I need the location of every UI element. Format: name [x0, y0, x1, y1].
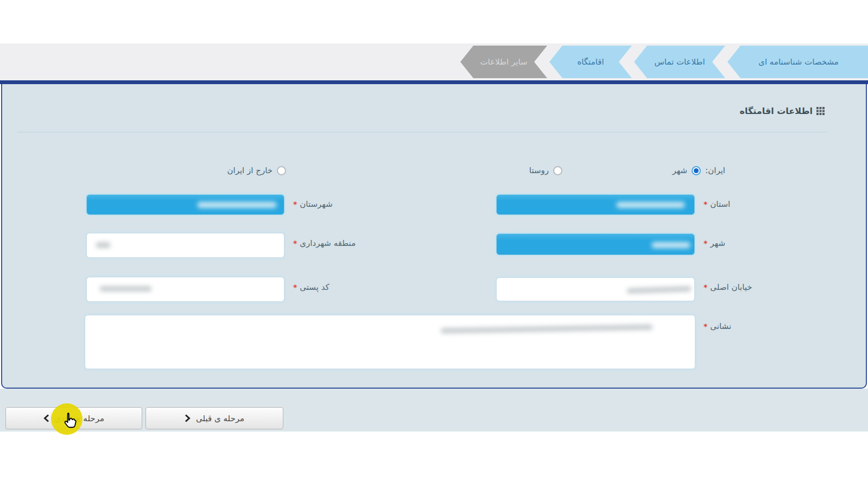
step-tab-label: اقامتگاه — [577, 57, 604, 67]
radio-city-label[interactable]: شهر — [672, 166, 687, 175]
previous-step-button[interactable]: مرحله ی قبلی — [145, 407, 283, 429]
county-label: شهرستان * — [293, 199, 333, 209]
grid-icon — [816, 107, 825, 115]
panel-title: اطلاعات اقامتگاه — [740, 106, 813, 116]
label-text: نشانی — [710, 321, 731, 331]
radio-group-rural: روستا — [529, 166, 562, 175]
radio-rural[interactable] — [553, 166, 562, 175]
required-asterisk: * — [293, 200, 297, 208]
city-field[interactable] — [496, 233, 695, 255]
step-tab-label: سایر اطلاعات — [480, 57, 527, 67]
redacted-value — [441, 325, 652, 334]
redacted-value — [617, 202, 685, 208]
county-field[interactable] — [86, 194, 284, 215]
postal-code-field[interactable] — [86, 277, 284, 302]
radio-city[interactable] — [692, 166, 701, 175]
required-asterisk: * — [293, 283, 297, 291]
step-wizard-header: مشخصات شناسنامه ای اطلاعات تماس اقامتگاه… — [0, 43, 868, 80]
country-label: ایران: — [705, 166, 725, 175]
required-asterisk: * — [704, 283, 707, 291]
title-divider — [17, 132, 828, 132]
panel-top-accent-bar — [0, 80, 868, 84]
radio-group-iran-city: ایران: شهر — [672, 166, 725, 175]
required-asterisk: * — [704, 200, 707, 208]
municipal-district-label: منطقه شهرداری * — [293, 238, 356, 248]
step-tab-other-info[interactable]: سایر اطلاعات — [460, 46, 547, 78]
redacted-value — [627, 286, 691, 294]
previous-step-label: مرحله ی قبلی — [196, 414, 244, 423]
app-screen: مشخصات شناسنامه ای اطلاعات تماس اقامتگاه… — [0, 0, 868, 488]
city-label: شهر * — [704, 238, 725, 248]
hand-cursor-icon — [61, 411, 79, 432]
label-text: استان — [710, 199, 730, 209]
redacted-value — [100, 286, 151, 291]
step-tab-identity[interactable]: مشخصات شناسنامه ای — [727, 46, 868, 78]
main-street-label: خیابان اصلی * — [704, 282, 752, 292]
radio-dot — [694, 168, 699, 173]
required-asterisk: * — [704, 239, 707, 248]
radio-abroad-label[interactable]: خارج از ایران — [227, 166, 273, 175]
redacted-value — [198, 202, 276, 208]
step-tab-contact[interactable]: اطلاعات تماس — [634, 46, 725, 78]
municipal-district-field[interactable] — [86, 233, 284, 258]
label-text: خیابان اصلی — [710, 282, 752, 292]
postal-code-label: کد پستی * — [293, 282, 330, 292]
label-text: کد پستی — [300, 282, 329, 292]
address-textarea[interactable] — [85, 315, 695, 369]
redacted-value — [652, 242, 690, 248]
residence-info-panel: اطلاعات اقامتگاه ایران: شهر روستا خارج ا… — [1, 84, 867, 389]
label-text: شهر — [710, 238, 725, 248]
step-tab-label: مشخصات شناسنامه ای — [758, 57, 839, 67]
footer-strip: مرحله ی بعدی مرحله ی قبلی — [0, 389, 868, 432]
main-street-field[interactable] — [496, 277, 695, 301]
required-asterisk: * — [704, 322, 707, 331]
address-label: نشانی * — [704, 321, 731, 331]
label-text: شهرستان — [300, 199, 332, 209]
chevron-left-icon — [43, 414, 49, 422]
step-tab-residence[interactable]: اقامتگاه — [549, 46, 632, 78]
chevron-right-icon — [185, 414, 191, 422]
step-tab-label: اطلاعات تماس — [654, 57, 705, 67]
panel-title-row: اطلاعات اقامتگاه — [740, 106, 825, 116]
province-label: استان * — [704, 199, 730, 209]
redacted-value — [96, 242, 110, 248]
radio-rural-label[interactable]: روستا — [529, 166, 549, 175]
required-asterisk: * — [293, 239, 297, 248]
label-text: منطقه شهرداری — [300, 238, 356, 248]
radio-group-abroad: خارج از ایران — [227, 166, 286, 175]
radio-abroad[interactable] — [277, 166, 286, 175]
province-field[interactable] — [496, 194, 695, 215]
